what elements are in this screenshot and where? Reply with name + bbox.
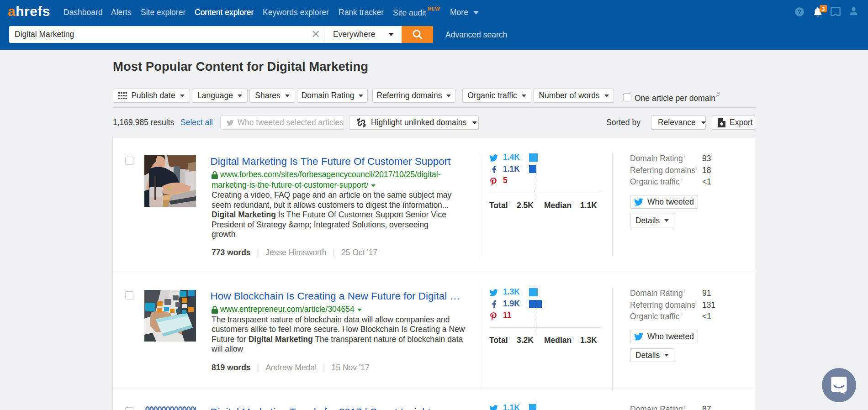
svg-text:?: ? [798,8,802,16]
svg-text:3: 3 [822,6,825,12]
